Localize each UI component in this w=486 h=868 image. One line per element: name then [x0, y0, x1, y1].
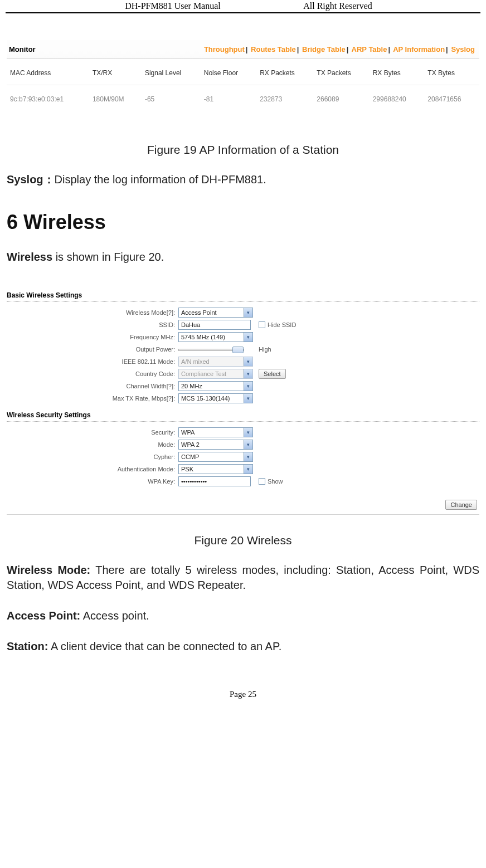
- tab-syslog[interactable]: Syslog: [451, 45, 475, 53]
- chevron-down-icon: ▾: [244, 369, 252, 378]
- chevron-down-icon: ▾: [244, 357, 252, 366]
- table-row: 9c:b7:93:e0:03:e1 180M/90M -65 -81 23287…: [7, 85, 479, 111]
- col-txrx: TX/RX: [89, 59, 142, 85]
- label-mode: Mode:: [7, 441, 178, 448]
- row-ieee-mode: IEEE 802.11 Mode: A/N mixed▾: [7, 355, 479, 368]
- header-right: All Right Reserved: [303, 1, 372, 11]
- checkbox-show-key[interactable]: [259, 478, 265, 485]
- select-security[interactable]: WPA▾: [178, 427, 253, 437]
- label-security: Security:: [7, 429, 178, 436]
- chevron-down-icon: ▾: [244, 333, 252, 342]
- tab-routes[interactable]: Routes Table: [251, 45, 296, 53]
- monitor-tabs: Throughput| Routes Table| Bridge Table| …: [39, 45, 479, 53]
- figure-20: Basic Wireless Settings Wireless Mode[?]…: [7, 290, 479, 515]
- divider: [7, 301, 479, 302]
- row-channel-width: Channel Width[?]: 20 MHz▾: [7, 380, 479, 392]
- label-hide-ssid: Hide SSID: [268, 321, 296, 328]
- chevron-down-icon: ▾: [244, 382, 252, 391]
- row-mode: Mode: WPA 2▾: [7, 438, 479, 451]
- label-cypher: Cypher:: [7, 453, 178, 460]
- input-wpa-key[interactable]: ••••••••••••: [178, 476, 251, 486]
- basic-wireless-title: Basic Wireless Settings: [7, 290, 479, 300]
- chevron-down-icon: ▾: [244, 440, 252, 449]
- button-select-country[interactable]: Select: [259, 369, 286, 379]
- label-ssid: SSID:: [7, 321, 178, 328]
- chevron-down-icon: ▾: [244, 465, 252, 474]
- figure-19-caption: Figure 19 AP Information of a Station: [7, 143, 479, 157]
- cell-noise: -81: [201, 85, 256, 111]
- station-text: A client device that can be connected to…: [48, 640, 281, 652]
- cell-signal: -65: [142, 85, 201, 111]
- label-auth-mode: Authentication Mode:: [7, 466, 178, 472]
- access-point-text: Access point.: [80, 609, 149, 622]
- tab-apinfo[interactable]: AP Information: [393, 45, 445, 53]
- figure-20-caption: Figure 20 Wireless: [7, 534, 479, 547]
- access-point-paragraph: Access Point: Access point.: [7, 608, 479, 623]
- select-cypher[interactable]: CCMP▾: [178, 452, 253, 462]
- syslog-label: Syslog：: [7, 173, 55, 186]
- col-rxpkts: RX Packets: [256, 59, 313, 85]
- select-country-code: Compliance Test▾: [178, 369, 253, 379]
- tab-throughput[interactable]: Throughput: [204, 45, 245, 53]
- input-ssid[interactable]: DaHua: [178, 320, 251, 330]
- ap-info-table: MAC Address TX/RX Signal Level Noise Flo…: [7, 59, 479, 111]
- select-auth-mode[interactable]: PSK▾: [178, 464, 253, 474]
- row-wpa-key: WPA Key: •••••••••••• Show: [7, 475, 479, 487]
- slider-thumb[interactable]: [232, 347, 244, 353]
- monitor-title: Monitor: [7, 45, 39, 53]
- cell-mac: 9c:b7:93:e0:03:e1: [7, 85, 89, 111]
- chevron-down-icon: ▾: [244, 394, 252, 403]
- row-cypher: Cypher: CCMP▾: [7, 451, 479, 463]
- wireless-mode-label: Wireless Mode:: [7, 564, 90, 576]
- label-country-code: Country Code:: [7, 370, 178, 377]
- col-signal: Signal Level: [142, 59, 201, 85]
- button-change[interactable]: Change: [445, 500, 477, 510]
- wireless-intro-rest: is shown in Figure 20.: [52, 251, 164, 263]
- label-max-tx-rate: Max TX Rate, Mbps[?]:: [7, 395, 178, 402]
- station-label: Station:: [7, 640, 48, 652]
- row-max-tx-rate: Max TX Rate, Mbps[?]: MCS 15-130(144)▾: [7, 392, 479, 404]
- tab-bridge[interactable]: Bridge Table: [302, 45, 346, 53]
- label-frequency: Frequency MHz:: [7, 334, 178, 340]
- wireless-security-title: Wireless Security Settings: [7, 410, 479, 420]
- wireless-intro-bold: Wireless: [7, 251, 52, 263]
- slider-output-power[interactable]: [178, 349, 244, 351]
- tab-arp[interactable]: ARP Table: [352, 45, 387, 53]
- syslog-text: Display the log information of DH-PFM881…: [55, 173, 266, 186]
- col-txpkts: TX Packets: [313, 59, 369, 85]
- header-left: DH-PFM881 User Manual: [125, 1, 221, 11]
- select-channel-width[interactable]: 20 MHz▾: [178, 381, 253, 391]
- label-channel-width: Channel Width[?]:: [7, 383, 178, 389]
- select-wireless-mode[interactable]: Access Point▾: [178, 308, 253, 318]
- row-security: Security: WPA▾: [7, 426, 479, 438]
- col-rxbytes: RX Bytes: [370, 59, 425, 85]
- wireless-intro: Wireless is shown in Figure 20.: [7, 250, 479, 265]
- syslog-paragraph: Syslog：Display the log information of DH…: [7, 172, 479, 187]
- header-rule: [6, 12, 480, 13]
- row-frequency: Frequency MHz: 5745 MHz (149)▾: [7, 331, 479, 343]
- cell-txrx: 180M/90M: [89, 85, 142, 111]
- select-frequency[interactable]: 5745 MHz (149)▾: [178, 332, 253, 342]
- chevron-down-icon: ▾: [244, 428, 252, 437]
- row-auth-mode: Authentication Mode: PSK▾: [7, 463, 479, 475]
- figure-19: Monitor Throughput| Routes Table| Bridge…: [7, 40, 479, 111]
- chevron-down-icon: ▾: [244, 452, 252, 461]
- cell-rxpkts: 232873: [256, 85, 313, 111]
- cell-txpkts: 266089: [313, 85, 369, 111]
- row-ssid: SSID: DaHua Hide SSID: [7, 319, 479, 331]
- chevron-down-icon: ▾: [244, 308, 252, 317]
- station-paragraph: Station: A client device that can be con…: [7, 639, 479, 654]
- label-output-power: Output Power:: [7, 346, 178, 353]
- checkbox-hide-ssid[interactable]: [259, 321, 265, 328]
- select-max-tx-rate[interactable]: MCS 15-130(144)▾: [178, 393, 253, 403]
- label-power-high: High: [259, 346, 271, 353]
- page-header: DH-PFM881 User Manual All Right Reserved: [6, 0, 480, 12]
- divider: [7, 421, 479, 422]
- col-txbytes: TX Bytes: [424, 59, 479, 85]
- label-wireless-mode: Wireless Mode[?]:: [7, 309, 178, 316]
- select-mode[interactable]: WPA 2▾: [178, 440, 253, 450]
- col-mac: MAC Address: [7, 59, 89, 85]
- row-wireless-mode: Wireless Mode[?]: Access Point▾: [7, 306, 479, 319]
- row-output-power: Output Power: High: [7, 343, 479, 355]
- access-point-label: Access Point:: [7, 609, 80, 622]
